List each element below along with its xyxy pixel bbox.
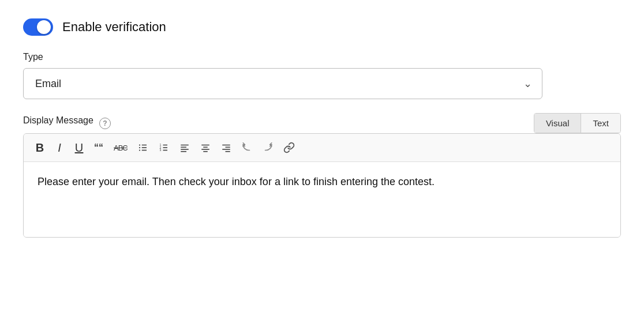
enable-verification-toggle[interactable]: [23, 18, 53, 36]
display-message-top-row: Display Message ? Visual Text: [23, 113, 621, 133]
type-select[interactable]: Email SMS Phone: [23, 68, 542, 99]
align-center-button[interactable]: [197, 140, 214, 156]
display-message-label: Display Message: [23, 115, 93, 126]
strikethrough-button[interactable]: ABC: [110, 140, 131, 156]
tab-visual[interactable]: Visual: [534, 114, 582, 133]
type-label-text: Type: [23, 52, 43, 62]
display-message-section: Display Message ? Visual Text B I U ““: [23, 113, 621, 238]
align-left-button[interactable]: [176, 140, 193, 156]
help-icon[interactable]: ?: [99, 118, 111, 129]
editor-toolbar: B I U ““ ABC: [24, 134, 620, 162]
align-right-button[interactable]: [218, 140, 235, 156]
enable-verification-label: Enable verification: [62, 20, 166, 35]
blockquote-button[interactable]: ““: [91, 140, 107, 156]
type-field-section: Type Email SMS Phone ⌄: [23, 52, 621, 99]
type-select-wrapper: Email SMS Phone ⌄: [23, 68, 542, 99]
italic-button[interactable]: I: [51, 140, 68, 156]
header-and-editor: Display Message ? Visual Text B I U ““: [23, 113, 621, 238]
editor-container: B I U ““ ABC: [23, 133, 621, 238]
type-label: Type: [23, 52, 621, 62]
toggle-slider: [23, 18, 53, 36]
svg-point-3: [139, 144, 140, 145]
svg-text:3: 3: [159, 148, 161, 152]
svg-point-4: [139, 147, 140, 148]
tab-text[interactable]: Text: [581, 114, 620, 133]
bold-button[interactable]: B: [32, 140, 48, 156]
unordered-list-button[interactable]: [134, 140, 152, 156]
redo-button[interactable]: [259, 140, 276, 156]
enable-verification-row: Enable verification: [23, 18, 621, 36]
svg-point-5: [139, 149, 140, 151]
underline-button[interactable]: U: [71, 140, 87, 156]
link-button[interactable]: [280, 140, 298, 156]
ordered-list-button[interactable]: 1 2 3: [155, 140, 173, 156]
undo-button[interactable]: [238, 140, 256, 156]
editor-content[interactable]: Please enter your email. Then check your…: [24, 162, 620, 237]
visual-text-tabs: Visual Text: [534, 113, 621, 133]
display-message-label-row: Display Message ?: [23, 115, 111, 131]
